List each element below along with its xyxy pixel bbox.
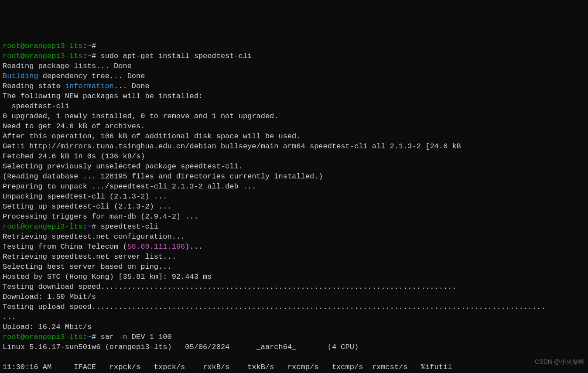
prompt-colon: : <box>83 52 87 60</box>
prompt-user: root@orangepi3-lts <box>3 42 83 50</box>
cmd-flag: -n <box>118 333 127 341</box>
output-text: ... Done <box>114 82 150 90</box>
prompt-colon: : <box>83 222 87 231</box>
output-line: (Reading database ... 128195 files and d… <box>3 172 323 181</box>
prompt-user: root@orangepi3-lts <box>3 222 83 231</box>
prompt-path: ~ <box>87 42 92 50</box>
output-line: After this operation, 106 kB of addition… <box>3 132 301 140</box>
output-line: Retrieving speedtest.net configuration..… <box>3 233 185 241</box>
highlight-word: information <box>65 82 114 90</box>
ip-address: 58.60.111.166 <box>127 243 185 251</box>
output-line: Retrieving speedtest.net server list... <box>3 253 176 261</box>
output-text: )... <box>185 243 203 251</box>
command-input[interactable]: speedtest-cli <box>100 222 158 231</box>
prompt-symbol: # <box>92 42 96 50</box>
prompt-colon: : <box>83 42 87 50</box>
highlight-word: Building <box>3 72 38 80</box>
prompt-symbol: # <box>92 52 96 60</box>
cmd-text: DEV 1 100 <box>127 333 172 341</box>
output-line: Preparing to unpack .../speedtest-cli_2.… <box>3 182 256 191</box>
prompt-path: ~ <box>87 52 92 60</box>
prompt-colon: : <box>83 333 87 341</box>
prompt-line: root@orangepi3-lts:~# sar -n DEV 1 100 <box>3 333 172 341</box>
output-line: Testing from China Telecom (58.60.111.16… <box>3 243 203 251</box>
output-line: ... <box>3 313 16 321</box>
output-line: Download: 1.50 Mbit/s <box>3 293 96 301</box>
prompt-line: root@orangepi3-lts:~# sudo apt-get insta… <box>3 52 252 60</box>
output-line: Unpacking speedtest-cli (2.1.3-2) ... <box>3 192 167 201</box>
output-text: bullseye/main arm64 speedtest-cli all 2.… <box>216 142 461 151</box>
prompt-user: root@orangepi3-lts <box>3 52 83 60</box>
output-text: Reading state <box>3 82 65 90</box>
output-line: 0 upgraded, 1 newly installed, 0 to remo… <box>3 112 279 120</box>
output-text: dependency tree... Done <box>38 72 145 80</box>
output-line: Reading package lists... Done <box>3 62 132 70</box>
output-line: Need to get 24.6 kB of archives. <box>3 122 145 130</box>
output-line: Setting up speedtest-cli (2.1.3-2) ... <box>3 202 172 211</box>
output-line: Hosted by STC (Hong Kong) [35.81 km]: 92… <box>3 273 212 281</box>
cmd-text: sar <box>100 333 118 341</box>
prompt-user: root@orangepi3-lts <box>3 333 83 341</box>
output-line: Testing download speed..................… <box>3 283 457 291</box>
terminal-output[interactable]: root@orangepi3-lts:~# root@orangepi3-lts… <box>3 41 585 373</box>
prompt-path: ~ <box>87 222 92 231</box>
prompt-path: ~ <box>87 333 92 341</box>
output-line: Upload: 16.24 Mbit/s <box>3 323 92 331</box>
output-line: The following NEW packages will be insta… <box>3 92 203 100</box>
output-line: Fetched 24.6 kB in 0s (136 kB/s) <box>3 152 145 161</box>
mirror-url: http://mirrors.tuna.tsinghua.edu.cn/debi… <box>29 142 216 151</box>
output-line: Building dependency tree... Done <box>3 72 145 80</box>
output-line: Selecting best server based on ping... <box>3 263 172 271</box>
command-input[interactable]: sudo apt-get install speedtest-cli <box>100 52 252 60</box>
csdn-watermark: CSDN @小火柴棒 <box>535 357 585 367</box>
output-line: speedtest-cli <box>3 102 69 110</box>
output-line: Testing upload speed....................… <box>3 303 546 311</box>
output-line: Linux 5.16.17-sun50iw6 (orangepi3-lts) 0… <box>3 343 359 351</box>
output-line: Reading state information... Done <box>3 82 150 90</box>
output-text: Testing from China Telecom ( <box>3 243 127 251</box>
prompt-symbol: # <box>92 333 96 341</box>
sar-header-row: 11:30:16 AM IFACE rxpck/s txpck/s rxkB/s… <box>3 363 452 371</box>
output-line: Processing triggers for man-db (2.9.4-2)… <box>3 212 198 221</box>
prompt-line: root@orangepi3-lts:~# speedtest-cli <box>3 222 158 231</box>
output-line: Selecting previously unselected package … <box>3 162 243 171</box>
command-input[interactable]: sar -n DEV 1 100 <box>100 333 171 341</box>
output-text: Get:1 <box>3 142 29 151</box>
prompt-symbol: # <box>92 222 96 231</box>
prompt-line: root@orangepi3-lts:~# <box>3 42 100 50</box>
output-line: Get:1 http://mirrors.tuna.tsinghua.edu.c… <box>3 142 461 151</box>
